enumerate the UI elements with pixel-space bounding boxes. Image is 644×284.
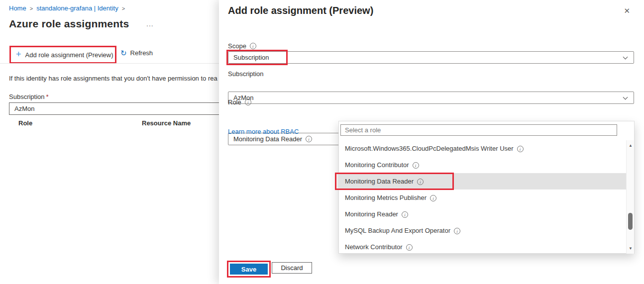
info-icon[interactable]: i <box>417 179 424 185</box>
subscription-select[interactable]: AzMon <box>9 102 220 115</box>
role-dropdown-flyout: Microsoft.Windows365.CloudPcDelegatedMsi… <box>338 121 635 254</box>
scope-label: Scopei <box>228 42 256 50</box>
permission-info-text: If this identity has role assignments th… <box>9 75 219 82</box>
more-options-icon[interactable]: ... <box>146 20 154 28</box>
chevron-down-icon <box>623 95 628 100</box>
scroll-up-icon[interactable]: ▲ <box>627 143 635 148</box>
scrollbar-thumb[interactable] <box>628 213 633 230</box>
refresh-icon: ↻ <box>120 49 127 57</box>
role-options-list: Microsoft.Windows365.CloudPcDelegatedMsi… <box>339 140 627 255</box>
scroll-down-icon[interactable]: ▼ <box>627 246 635 251</box>
chevron-down-icon <box>623 55 628 60</box>
info-icon[interactable]: i <box>454 228 460 234</box>
refresh-button[interactable]: ↻ Refresh <box>120 49 153 57</box>
breadcrumb-identity-link[interactable]: standalone-grafana | Identity <box>36 4 118 12</box>
panel-title: Add role assignment (Preview) <box>228 5 373 16</box>
info-icon[interactable]: i <box>402 211 408 218</box>
role-option[interactable]: Network Contributori <box>339 239 627 255</box>
required-asterisk: * <box>46 93 49 100</box>
role-label: Rolei <box>228 98 251 106</box>
table-header-role: Role <box>18 119 32 127</box>
plus-icon: + <box>16 49 21 60</box>
add-role-assignment-label: Add role assignment (Preview) <box>25 51 113 59</box>
info-icon[interactable]: i <box>250 43 256 49</box>
subscription-label: Subscription* <box>9 93 49 100</box>
breadcrumb-home-link[interactable]: Home <box>9 4 26 12</box>
add-role-assignment-button[interactable]: + Add role assignment (Preview) <box>9 46 116 64</box>
discard-button[interactable]: Discard <box>272 262 312 274</box>
breadcrumb: Home>standalone-grafana | Identity> <box>9 4 128 12</box>
role-option[interactable]: Monitoring Readeri <box>339 206 627 222</box>
refresh-label: Refresh <box>130 49 153 57</box>
breadcrumb-separator-icon: > <box>30 5 33 11</box>
role-search-input[interactable] <box>340 124 617 136</box>
role-option[interactable]: Monitoring Contributori <box>339 157 627 173</box>
info-icon[interactable]: i <box>413 162 419 169</box>
breadcrumb-separator-icon: > <box>122 5 125 11</box>
role-option-selected[interactable]: Monitoring Data Readeri <box>339 173 627 189</box>
page-title: Azure role assignments <box>9 18 129 30</box>
learn-more-rbac-link[interactable]: Learn more about RBAC <box>228 128 299 135</box>
close-icon[interactable]: ✕ <box>624 6 630 15</box>
role-option[interactable]: Microsoft.Windows365.CloudPcDelegatedMsi… <box>339 140 627 157</box>
info-icon[interactable]: i <box>517 146 524 152</box>
info-icon[interactable]: i <box>306 136 312 142</box>
info-icon[interactable]: i <box>406 244 413 251</box>
panel-subscription-select[interactable]: AzMon <box>228 92 634 104</box>
role-option[interactable]: MySQL Backup And Export Operatori <box>339 222 627 239</box>
info-icon[interactable]: i <box>245 99 251 105</box>
flyout-scrollbar[interactable]: ▲ ▼ <box>626 140 634 254</box>
role-option[interactable]: Monitoring Metrics Publisheri <box>339 189 627 206</box>
panel-subscription-label: Subscription <box>228 70 264 78</box>
toolbar-divider <box>0 63 219 64</box>
scope-select[interactable]: Subscription <box>228 51 634 64</box>
table-header-resource-name: Resource Name <box>142 119 191 127</box>
info-icon[interactable]: i <box>430 195 436 201</box>
highlight-box-save: Save <box>227 261 271 278</box>
save-button[interactable]: Save <box>230 264 268 275</box>
